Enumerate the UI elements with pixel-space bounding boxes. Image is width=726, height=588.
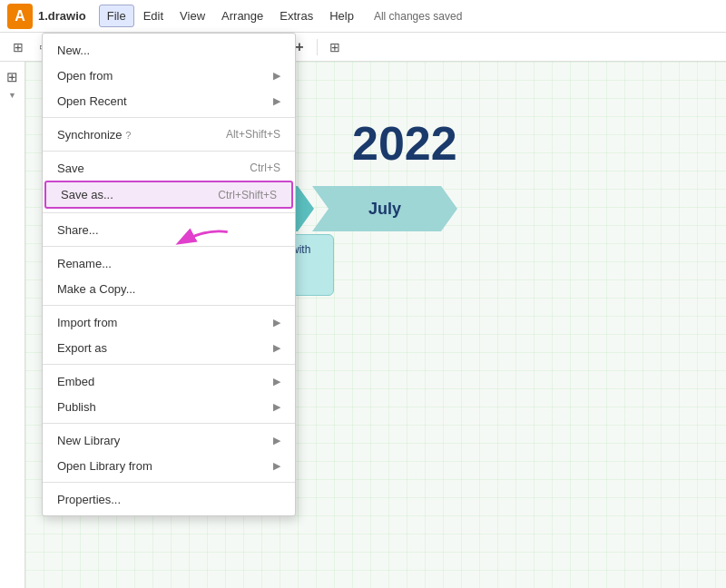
menu-sep-1: [43, 117, 295, 118]
menu-publish[interactable]: Publish ▶: [43, 394, 295, 419]
menu-properties-label: Properties...: [57, 493, 121, 506]
menu-publish-arrow: ▶: [273, 401, 280, 413]
menu-import-from-arrow: ▶: [273, 317, 280, 328]
timeline-year: 2022: [352, 116, 726, 171]
file-dropdown-menu: New... Open from ▶ Open Recent ▶ Synchro…: [42, 33, 296, 516]
menu-sep-6: [43, 364, 295, 365]
menu-open-library-from[interactable]: Open Library from ▶: [43, 453, 295, 478]
menu-import-from-label: Import from: [57, 316, 117, 329]
app-logo: A: [7, 4, 33, 29]
menu-embed[interactable]: Embed ▶: [43, 368, 295, 394]
menu-open-recent-arrow: ▶: [273, 95, 280, 107]
sidebar-arrow[interactable]: ▼: [8, 91, 16, 100]
menu-make-copy[interactable]: Make a Copy...: [43, 276, 295, 301]
status-text: All changes saved: [374, 10, 462, 23]
menu-synchronize-label: Synchronize ?: [57, 128, 131, 142]
menu-embed-arrow: ▶: [273, 376, 280, 387]
menu-open-from[interactable]: Open from ▶: [43, 63, 295, 88]
menu-make-copy-label: Make a Copy...: [57, 282, 135, 296]
menu-sep-7: [43, 423, 295, 424]
menu-new[interactable]: New...: [43, 37, 295, 63]
menu-save[interactable]: Save Ctrl+S: [43, 155, 295, 181]
toolbar-grid-icon[interactable]: ⊞: [324, 36, 346, 58]
menu-item-help[interactable]: Help: [322, 5, 361, 26]
menu-sep-2: [43, 151, 295, 152]
menu-save-as-label: Save as...: [61, 188, 113, 201]
menu-sep-8: [43, 482, 295, 483]
left-sidebar: ⊞ ▼: [0, 62, 25, 588]
menu-sep-3: [43, 212, 295, 213]
menu-save-as-shortcut: Ctrl+Shift+S: [218, 189, 277, 201]
menu-export-as[interactable]: Export as ▶: [43, 335, 295, 360]
menu-sep-4: [43, 246, 295, 247]
arrow-item-july: July: [312, 186, 457, 231]
menu-open-recent-label: Open Recent: [57, 94, 127, 108]
menu-export-as-arrow: ▶: [273, 342, 280, 354]
menu-rename[interactable]: Rename...: [43, 250, 295, 276]
menu-item-view[interactable]: View: [172, 5, 212, 26]
menu-embed-label: Embed: [57, 375, 94, 388]
menu-bar: File Edit View Arrange Extras Help: [99, 5, 361, 27]
menu-publish-label: Publish: [57, 400, 96, 414]
menu-open-from-label: Open from: [57, 69, 113, 83]
toolbar-panel-icon[interactable]: ⊞: [7, 36, 29, 58]
menu-item-edit[interactable]: Edit: [136, 5, 171, 26]
menu-item-arrange[interactable]: Arrange: [214, 5, 270, 26]
menu-save-as[interactable]: Save as... Ctrl+Shift+S: [44, 181, 293, 209]
menu-open-library-from-arrow: ▶: [273, 460, 280, 472]
menu-import-from[interactable]: Import from ▶: [43, 309, 295, 335]
menu-synchronize[interactable]: Synchronize ? Alt+Shift+S: [43, 122, 295, 147]
menu-new-label: New...: [57, 44, 90, 57]
menu-share-label: Share...: [57, 223, 99, 237]
menu-new-library-arrow: ▶: [273, 435, 280, 446]
menu-save-shortcut: Ctrl+S: [250, 162, 280, 174]
menu-open-from-arrow: ▶: [273, 70, 280, 82]
sidebar-panel-icon[interactable]: ⊞: [3, 67, 23, 87]
app-title: 1.drawio: [38, 9, 86, 23]
toolbar-separator-5: [317, 39, 318, 55]
menu-new-library-label: New Library: [57, 434, 120, 447]
menu-share[interactable]: Share...: [43, 217, 295, 242]
menu-open-recent[interactable]: Open Recent ▶: [43, 88, 295, 113]
menu-synchronize-shortcut: Alt+Shift+S: [226, 128, 280, 141]
menu-sep-5: [43, 305, 295, 306]
menu-export-as-label: Export as: [57, 341, 107, 355]
top-bar: A 1.drawio File Edit View Arrange Extras…: [0, 0, 726, 33]
menu-new-library[interactable]: New Library ▶: [43, 427, 295, 453]
menu-item-extras[interactable]: Extras: [272, 5, 320, 26]
menu-open-library-from-label: Open Library from: [57, 459, 152, 473]
menu-rename-label: Rename...: [57, 257, 112, 270]
menu-save-label: Save: [57, 162, 84, 175]
menu-item-file[interactable]: File: [99, 5, 134, 27]
menu-properties[interactable]: Properties...: [43, 486, 295, 512]
